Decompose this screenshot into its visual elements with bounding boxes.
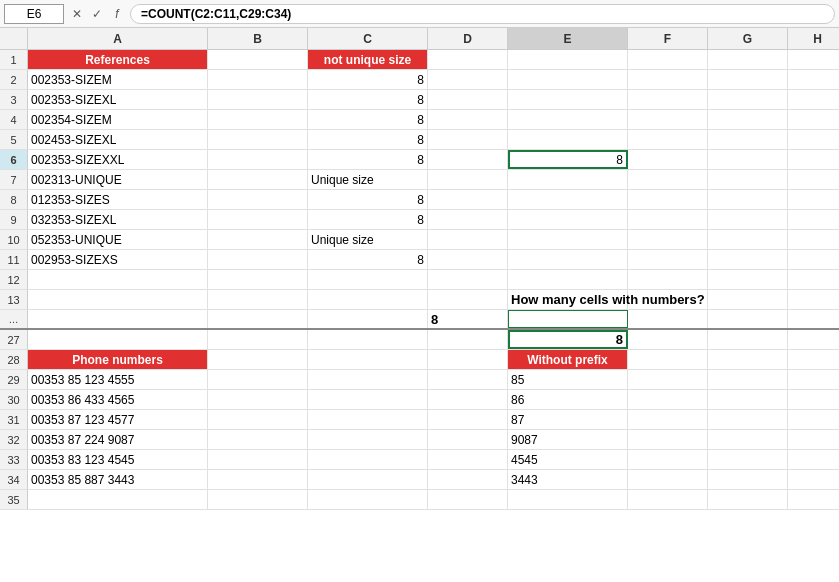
cell-d1[interactable] [428, 50, 508, 69]
cell-f30[interactable] [628, 390, 708, 409]
cell-b8[interactable] [208, 190, 308, 209]
cell-h35[interactable] [788, 490, 839, 509]
cell-f10[interactable] [628, 230, 708, 249]
cell-b11[interactable] [208, 250, 308, 269]
cell-a1[interactable]: References [28, 50, 208, 69]
cell-f9[interactable] [628, 210, 708, 229]
cell-g12[interactable] [708, 270, 788, 289]
col-header-a[interactable]: A [28, 28, 208, 49]
cell-h30[interactable] [788, 390, 839, 409]
col-header-e[interactable]: E [508, 28, 628, 49]
cell-f7[interactable] [628, 170, 708, 189]
cell-d13[interactable] [428, 290, 508, 309]
cell-b28[interactable] [208, 350, 308, 369]
cell-c34[interactable] [308, 470, 428, 489]
col-header-d[interactable]: D [428, 28, 508, 49]
cell-c8[interactable]: 8 [308, 190, 428, 209]
cell-b31[interactable] [208, 410, 308, 429]
cell-a12[interactable] [28, 270, 208, 289]
cell-b1[interactable] [208, 50, 308, 69]
cell-e30[interactable]: 86 [508, 390, 628, 409]
cell-e31[interactable]: 87 [508, 410, 628, 429]
cell-d30[interactable] [428, 390, 508, 409]
cell-a8[interactable]: 012353-SIZES [28, 190, 208, 209]
cell-h31[interactable] [788, 410, 839, 429]
cell-g32[interactable] [708, 430, 788, 449]
cell-a30[interactable]: 00353 86 433 4565 [28, 390, 208, 409]
cell-a10[interactable]: 052353-UNIQUE [28, 230, 208, 249]
cell-f31[interactable] [628, 410, 708, 429]
cell-h5[interactable] [788, 130, 839, 149]
cell-f4[interactable] [628, 110, 708, 129]
cell-c29[interactable] [308, 370, 428, 389]
cell-d6[interactable] [428, 150, 508, 169]
cell-b27[interactable] [208, 330, 308, 349]
cell-gap[interactable] [628, 310, 708, 328]
cell-d29[interactable] [428, 370, 508, 389]
cell-gap[interactable] [708, 310, 788, 328]
cell-f8[interactable] [628, 190, 708, 209]
cell-g30[interactable] [708, 390, 788, 409]
cell-h6[interactable] [788, 150, 839, 169]
cell-a4[interactable]: 002354-SIZEM [28, 110, 208, 129]
cell-g3[interactable] [708, 90, 788, 109]
cell-b9[interactable] [208, 210, 308, 229]
cell-c1[interactable]: not unique size [308, 50, 428, 69]
cell-g2[interactable] [708, 70, 788, 89]
cell-f35[interactable] [628, 490, 708, 509]
cell-c13[interactable] [308, 290, 428, 309]
cell-d7[interactable] [428, 170, 508, 189]
cell-h29[interactable] [788, 370, 839, 389]
cell-f27[interactable] [628, 330, 708, 349]
cell-f1[interactable] [628, 50, 708, 69]
cell-e10[interactable] [508, 230, 628, 249]
cell-b4[interactable] [208, 110, 308, 129]
cell-h7[interactable] [788, 170, 839, 189]
cell-g29[interactable] [708, 370, 788, 389]
cell-a3[interactable]: 002353-SIZEXL [28, 90, 208, 109]
cell-h13[interactable] [788, 290, 839, 309]
cell-a7[interactable]: 002313-UNIQUE [28, 170, 208, 189]
cell-h34[interactable] [788, 470, 839, 489]
cell-g35[interactable] [708, 490, 788, 509]
cell-gap[interactable]: 8 [428, 310, 508, 328]
cell-a5[interactable]: 002453-SIZEXL [28, 130, 208, 149]
cell-c6[interactable]: 8 [308, 150, 428, 169]
cell-b10[interactable] [208, 230, 308, 249]
cell-gap[interactable] [508, 310, 628, 328]
cell-d33[interactable] [428, 450, 508, 469]
cell-b30[interactable] [208, 390, 308, 409]
cell-g7[interactable] [708, 170, 788, 189]
cell-h3[interactable] [788, 90, 839, 109]
cell-c7[interactable]: Unique size [308, 170, 428, 189]
cell-a34[interactable]: 00353 85 887 3443 [28, 470, 208, 489]
cell-h12[interactable] [788, 270, 839, 289]
cell-g6[interactable] [708, 150, 788, 169]
cell-d2[interactable] [428, 70, 508, 89]
cell-d5[interactable] [428, 130, 508, 149]
cell-h1[interactable] [788, 50, 839, 69]
cell-e28[interactable]: Without prefix [508, 350, 628, 369]
cell-b35[interactable] [208, 490, 308, 509]
cell-reference-box[interactable]: E6 [4, 4, 64, 24]
cell-c5[interactable]: 8 [308, 130, 428, 149]
cell-b6[interactable] [208, 150, 308, 169]
cell-f2[interactable] [628, 70, 708, 89]
cell-a6[interactable]: 002353-SIZEXXL [28, 150, 208, 169]
cell-g27[interactable] [708, 330, 788, 349]
cell-f6[interactable] [628, 150, 708, 169]
insert-function-button[interactable]: f [108, 5, 126, 23]
cell-d34[interactable] [428, 470, 508, 489]
cell-c2[interactable]: 8 [308, 70, 428, 89]
cell-f13[interactable] [628, 290, 708, 309]
cell-d12[interactable] [428, 270, 508, 289]
cell-h33[interactable] [788, 450, 839, 469]
cell-d8[interactable] [428, 190, 508, 209]
cell-e34[interactable]: 3443 [508, 470, 628, 489]
cell-b7[interactable] [208, 170, 308, 189]
cell-g28[interactable] [708, 350, 788, 369]
cell-f34[interactable] [628, 470, 708, 489]
cell-e12[interactable] [508, 270, 628, 289]
cell-b32[interactable] [208, 430, 308, 449]
cell-c10[interactable]: Unique size [308, 230, 428, 249]
